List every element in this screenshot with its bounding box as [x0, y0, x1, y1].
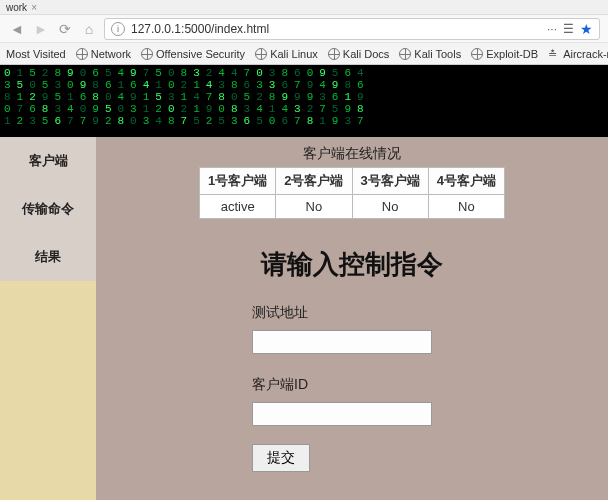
command-form: 测试地址 客户端ID 提交 [252, 304, 452, 472]
bookmark-aircrack-ng[interactable]: ≛Aircrack-ng [548, 48, 608, 60]
back-button[interactable]: ◄ [8, 20, 26, 38]
bookmark-exploit-db[interactable]: Exploit-DB [471, 48, 538, 60]
table-header: 4号客户端 [428, 168, 504, 195]
table-header: 2号客户端 [276, 168, 352, 195]
sidebar-item-label: 客户端 [29, 152, 68, 170]
bookmark-kali-tools[interactable]: Kali Tools [399, 48, 461, 60]
bookmark-label: Kali Docs [343, 48, 389, 60]
globe-icon [255, 48, 267, 60]
field-label-client-id: 客户端ID [252, 376, 308, 394]
main-content: 客户端在线情况 1号客户端 2号客户端 3号客户端 4号客户端 active N… [96, 137, 608, 500]
tab-label[interactable]: work [6, 2, 27, 13]
bookmark-label: Network [91, 48, 131, 60]
table-cell: No [276, 195, 352, 219]
reload-button[interactable]: ⟳ [56, 20, 74, 38]
submit-button[interactable]: 提交 [252, 444, 310, 472]
bookmark-kali-docs[interactable]: Kali Docs [328, 48, 389, 60]
client-id-input[interactable] [252, 402, 432, 426]
table-header: 3号客户端 [352, 168, 428, 195]
browser-chrome: work × ◄ ► ⟳ ⌂ i 127.0.0.1:5000/index.ht… [0, 0, 608, 65]
bookmark-label: Kali Linux [270, 48, 318, 60]
bookmark-star-icon[interactable]: ★ [580, 21, 593, 37]
bookmark-label: Kali Tools [414, 48, 461, 60]
sidebar: 客户端 传输命令 结果 [0, 137, 96, 500]
field-label-address: 测试地址 [252, 304, 308, 322]
url-text: 127.0.0.1:5000/index.html [131, 22, 269, 36]
tab-close-icon[interactable]: × [31, 2, 37, 13]
table-header: 1号客户端 [200, 168, 276, 195]
sidebar-item-command[interactable]: 传输命令 [0, 185, 96, 233]
sidebar-filler [0, 281, 96, 500]
globe-icon [471, 48, 483, 60]
site-info-icon[interactable]: i [111, 22, 125, 36]
bookmark-kali-linux[interactable]: Kali Linux [255, 48, 318, 60]
bookmark-label: Offensive Security [156, 48, 245, 60]
client-status-table: 1号客户端 2号客户端 3号客户端 4号客户端 active No No No [199, 167, 505, 219]
reader-icon[interactable]: ☰ [563, 22, 574, 36]
sidebar-item-label: 传输命令 [22, 200, 74, 218]
bookmark-most-visited[interactable]: Most Visited [6, 48, 66, 60]
status-title: 客户端在线情况 [303, 145, 401, 163]
forward-button: ► [32, 20, 50, 38]
home-button[interactable]: ⌂ [80, 20, 98, 38]
globe-icon [76, 48, 88, 60]
tab-bar: work × [0, 0, 608, 14]
sidebar-item-result[interactable]: 结果 [0, 233, 96, 281]
main-heading: 请输入控制指令 [261, 247, 443, 282]
globe-icon [328, 48, 340, 60]
url-input[interactable]: i 127.0.0.1:5000/index.html ··· ☰ ★ [104, 18, 600, 40]
bookmark-offensive-security[interactable]: Offensive Security [141, 48, 245, 60]
globe-icon [141, 48, 153, 60]
bookmark-network[interactable]: Network [76, 48, 131, 60]
table-header-row: 1号客户端 2号客户端 3号客户端 4号客户端 [200, 168, 505, 195]
page-actions-icon[interactable]: ··· [547, 22, 557, 36]
bookmark-label: Exploit-DB [486, 48, 538, 60]
table-row: active No No No [200, 195, 505, 219]
address-bar: ◄ ► ⟳ ⌂ i 127.0.0.1:5000/index.html ··· … [0, 14, 608, 42]
address-input[interactable] [252, 330, 432, 354]
page-body: 0152890654975083244703860956435053098616… [0, 65, 608, 500]
table-cell: active [200, 195, 276, 219]
sidebar-item-label: 结果 [35, 248, 61, 266]
bookmarks-toolbar: Most Visited Network Offensive Security … [0, 42, 608, 64]
globe-icon [399, 48, 411, 60]
sidebar-item-client[interactable]: 客户端 [0, 137, 96, 185]
wifi-icon: ≛ [548, 48, 560, 60]
matrix-banner: 0152890654975083244703860956435053098616… [0, 65, 608, 137]
table-cell: No [352, 195, 428, 219]
table-cell: No [428, 195, 504, 219]
bookmark-label: Aircrack-ng [563, 48, 608, 60]
bookmark-label: Most Visited [6, 48, 66, 60]
